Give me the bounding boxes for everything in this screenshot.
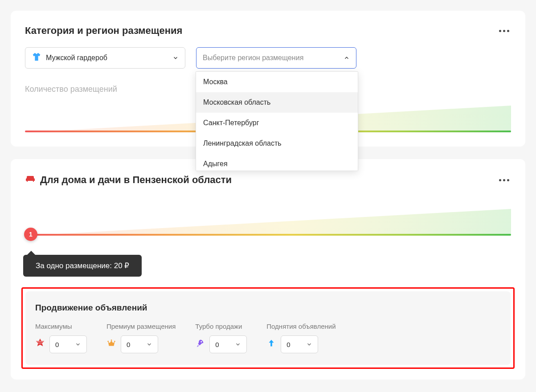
chevron-down-icon	[146, 341, 152, 347]
promo-control: 0	[195, 335, 247, 353]
raise-icon	[266, 339, 276, 350]
shirt-icon	[32, 52, 41, 64]
category-select-value: Мужской гардероб	[46, 54, 107, 62]
region-option[interactable]: Адыгея	[196, 154, 358, 171]
card-title: Категория и регион размещения	[25, 25, 182, 37]
svg-point-2	[114, 341, 115, 342]
card-header: Категория и регион размещения	[25, 25, 511, 37]
promo-control: 0	[266, 335, 336, 353]
listing-title-text: Для дома и дачи в Пензенской области	[40, 174, 232, 186]
more-options-button[interactable]	[497, 177, 511, 183]
promotion-title: Продвижение объявлений	[35, 303, 501, 313]
sofa-icon	[25, 173, 36, 187]
promo-control: 0	[106, 335, 176, 353]
promo-label: Турбо продажи	[195, 323, 247, 330]
promo-select-value: 0	[127, 341, 130, 348]
placements-slider[interactable]: 1	[25, 209, 511, 236]
chevron-down-icon	[75, 341, 81, 347]
svg-point-0	[107, 341, 109, 342]
card-header: Для дома и дачи в Пензенской области	[25, 173, 511, 187]
promo-select-turbo[interactable]: 0	[209, 335, 247, 353]
region-option[interactable]: Санкт-Петербург	[196, 113, 358, 133]
selectors-row: Мужской гардероб Выберите регион размеще…	[25, 47, 511, 69]
region-select-placeholder: Выберите регион размещения	[203, 54, 303, 62]
svg-point-3	[201, 341, 202, 343]
promo-item-premium: Премиум размещения0	[106, 323, 176, 353]
slider-handle[interactable]: 1	[24, 228, 37, 241]
chevron-down-icon	[235, 341, 241, 347]
card-title: Для дома и дачи в Пензенской области	[25, 173, 232, 187]
max-icon	[35, 339, 45, 350]
more-options-button[interactable]	[497, 28, 511, 34]
category-select[interactable]: Мужской гардероб	[25, 47, 185, 69]
svg-point-1	[111, 339, 112, 341]
promo-label: Премиум размещения	[106, 323, 176, 330]
region-option[interactable]: Ленинградская область	[196, 133, 358, 154]
chevron-down-icon	[306, 341, 312, 347]
promo-item-max: Максимумы0	[35, 323, 87, 353]
promo-label: Максимумы	[35, 323, 87, 330]
promo-label: Поднятия объявлений	[266, 323, 336, 330]
promo-select-max[interactable]: 0	[49, 335, 87, 353]
turbo-icon	[195, 339, 205, 350]
promo-control: 0	[35, 335, 87, 353]
promotion-highlight-frame: Продвижение объявлений Максимумы0Премиум…	[21, 287, 515, 369]
promo-select-premium[interactable]: 0	[121, 335, 158, 353]
promotion-row: Максимумы0Премиум размещения0Турбо прода…	[35, 323, 501, 353]
promo-select-value: 0	[55, 341, 59, 348]
region-dropdown-panel[interactable]: МоскваМосковская областьСанкт-ПетербургЛ…	[196, 71, 358, 171]
price-tooltip: За одно размещение: 20 ₽	[23, 251, 511, 277]
category-region-card: Категория и регион размещения Мужской га…	[11, 11, 525, 147]
promo-select-value: 0	[286, 341, 290, 348]
chevron-down-icon	[172, 55, 179, 61]
promo-select-raise[interactable]: 0	[281, 335, 318, 353]
promotion-box: Продвижение объявлений Максимумы0Премиум…	[25, 291, 511, 365]
promo-item-raise: Поднятия объявлений0	[266, 323, 336, 353]
chevron-up-icon	[344, 55, 350, 61]
promo-select-value: 0	[215, 341, 219, 348]
premium-icon	[106, 339, 116, 350]
region-option[interactable]: Москва	[196, 72, 358, 92]
listing-card: Для дома и дачи в Пензенской области 1 З…	[11, 159, 525, 380]
region-option[interactable]: Московская область	[196, 92, 358, 113]
promo-item-turbo: Турбо продажи0	[195, 323, 247, 353]
price-tooltip-text: За одно размещение: 20 ₽	[23, 255, 142, 277]
region-select[interactable]: Выберите регион размещения МоскваМосковс…	[196, 47, 356, 69]
